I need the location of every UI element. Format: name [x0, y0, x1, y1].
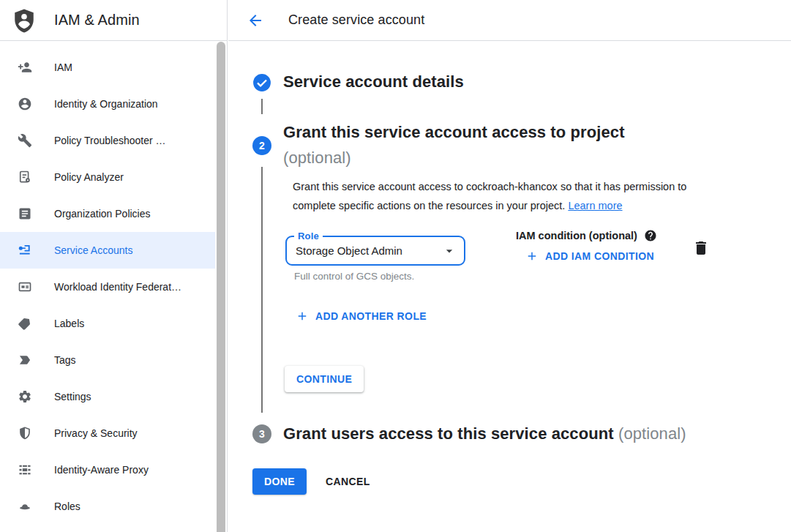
step2-title: Grant this service account access to pro…: [283, 123, 625, 142]
sidebar-item-label: Identity & Organization: [54, 98, 158, 110]
step2-description-text: Grant this service account access to coc…: [293, 181, 686, 211]
sidebar-item-label: Organization Policies: [54, 208, 151, 220]
sidebar-nav: IAM Identity & Organization Policy Troub…: [0, 49, 215, 525]
sidebar-item-label: Service Accounts: [54, 244, 132, 256]
step2-optional-label: (optional): [283, 149, 351, 168]
done-button[interactable]: DONE: [252, 468, 307, 495]
sidebar-item-label: IAM: [54, 61, 72, 73]
sidebar-item-labels[interactable]: Labels: [0, 305, 215, 342]
role-helper-text: Full control of GCS objects.: [294, 271, 414, 282]
plus-icon: [525, 250, 539, 263]
step3-circle: 3: [252, 424, 271, 443]
tag-arrow-icon: [18, 353, 32, 367]
sidebar-item-label: Policy Analyzer: [54, 171, 124, 183]
sidebar: IAM & Admin IAM Identity & Organization …: [0, 0, 228, 532]
sidebar-item-policy-troubleshooter[interactable]: Policy Troubleshooter …: [0, 122, 215, 159]
shield-half-icon: [18, 426, 32, 441]
person-add-icon: [18, 60, 32, 75]
page-header: Create service account: [228, 0, 791, 41]
add-iam-condition-button[interactable]: ADD IAM CONDITION: [525, 250, 654, 263]
sidebar-item-label: Identity-Aware Proxy: [54, 464, 149, 476]
help-icon[interactable]: [644, 229, 657, 242]
sidebar-item-service-accounts[interactable]: Service Accounts: [0, 232, 215, 269]
back-arrow-icon: [247, 12, 264, 29]
gear-icon: [18, 389, 32, 404]
sidebar-item-identity-aware-proxy[interactable]: Identity-Aware Proxy: [0, 452, 215, 488]
sidebar-item-label: Roles: [54, 501, 80, 512]
sidebar-item-identity-organization[interactable]: Identity & Organization: [0, 86, 215, 122]
sidebar-item-settings[interactable]: Settings: [0, 378, 215, 415]
sidebar-item-label: Policy Troubleshooter …: [54, 135, 166, 146]
plus-icon: [296, 310, 309, 323]
sidebar-scrollbar-thumb[interactable]: [217, 42, 225, 532]
step3-optional-label: (optional): [618, 424, 686, 443]
step1-complete-check-icon: [252, 73, 271, 92]
service-account-icon: [18, 243, 32, 258]
sidebar-item-policy-analyzer[interactable]: Policy Analyzer: [0, 159, 215, 195]
policy-analyzer-icon: [18, 170, 32, 184]
label-icon: [18, 316, 32, 331]
sidebar-header: IAM & Admin: [0, 0, 227, 41]
role-select[interactable]: Role Storage Object Admin: [285, 236, 465, 266]
sidebar-item-label: Labels: [54, 318, 84, 329]
iam-admin-shield-icon: [12, 8, 37, 33]
article-icon: [18, 206, 32, 221]
product-title: IAM & Admin: [54, 12, 140, 29]
sidebar-item-label: Privacy & Security: [54, 427, 138, 439]
wrench-icon: [18, 133, 32, 148]
sidebar-item-privacy-security[interactable]: Privacy & Security: [0, 415, 215, 452]
sidebar-item-tags[interactable]: Tags: [0, 342, 215, 378]
trash-icon: [692, 239, 710, 258]
sidebar-item-label: Tags: [54, 354, 76, 366]
step-connector: [261, 167, 263, 413]
step3-title: Grant users access to this service accou…: [283, 424, 686, 443]
cancel-button[interactable]: CANCEL: [320, 468, 376, 495]
chevron-down-icon: [442, 244, 457, 258]
sidebar-item-roles[interactable]: Roles: [0, 488, 215, 525]
role-field-label: Role: [294, 231, 323, 241]
account-circle-icon: [18, 97, 32, 111]
step-connector: [261, 99, 263, 114]
sidebar-item-organization-policies[interactable]: Organization Policies: [0, 195, 215, 232]
learn-more-link[interactable]: Learn more: [568, 200, 622, 211]
delete-role-button[interactable]: [692, 239, 711, 258]
step3-title-text: Grant users access to this service accou…: [283, 424, 614, 443]
add-iam-condition-label: ADD IAM CONDITION: [545, 250, 654, 262]
back-button[interactable]: [247, 12, 264, 29]
continue-button[interactable]: CONTINUE: [285, 366, 364, 392]
step1-title: Service account details: [283, 72, 464, 91]
add-another-role-button[interactable]: ADD ANOTHER ROLE: [296, 310, 427, 323]
page-title: Create service account: [288, 12, 424, 28]
sidebar-item-workload-identity-federation[interactable]: Workload Identity Federat…: [0, 269, 215, 305]
step2-circle: 2: [252, 136, 271, 155]
role-selected-value: Storage Object Admin: [296, 244, 402, 257]
sidebar-item-iam[interactable]: IAM: [0, 49, 215, 86]
id-card-icon: [18, 280, 32, 294]
proxy-grid-icon: [18, 462, 32, 477]
sidebar-item-label: Workload Identity Federat…: [54, 281, 181, 293]
step2-description: Grant this service account access to coc…: [293, 177, 726, 215]
iam-condition-label: IAM condition (optional): [516, 230, 637, 241]
add-another-role-label: ADD ANOTHER ROLE: [315, 310, 427, 322]
app-window: IAM & Admin IAM Identity & Organization …: [0, 0, 791, 532]
sidebar-item-label: Settings: [54, 391, 91, 402]
iam-condition-header: IAM condition (optional): [516, 229, 657, 242]
hat-icon: [18, 499, 32, 514]
